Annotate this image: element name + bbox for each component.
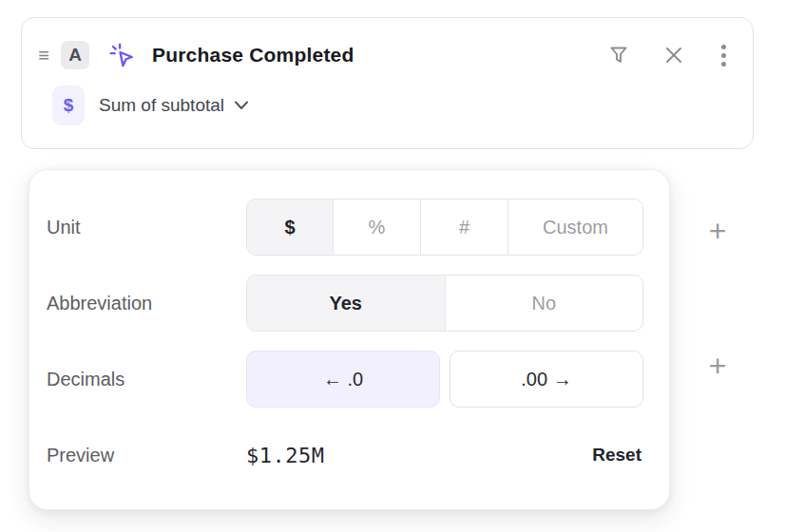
abbreviation-row: Abbreviation Yes No bbox=[47, 275, 643, 332]
decimals-label: Decimals bbox=[47, 369, 246, 390]
event-card-header: ≡ A Purchase Completed bbox=[22, 18, 753, 77]
abbreviation-option-yes[interactable]: Yes bbox=[247, 276, 445, 331]
abbreviation-option-no[interactable]: No bbox=[445, 276, 643, 331]
metric-row: $ Sum of subtotal bbox=[22, 86, 753, 125]
unit-option-dollar[interactable]: $ bbox=[247, 200, 333, 255]
abbreviation-label: Abbreviation bbox=[47, 293, 246, 314]
filter-button[interactable] bbox=[605, 42, 632, 68]
event-card-actions bbox=[605, 42, 732, 68]
event-card: ≡ A Purchase Completed bbox=[21, 17, 754, 149]
number-format-popover: Unit $ % # Custom Abbreviation Yes No De… bbox=[29, 169, 670, 510]
canvas: ≡ A Purchase Completed bbox=[0, 0, 785, 532]
increase-decimals-button[interactable]: .00 → bbox=[450, 351, 643, 408]
decimals-controls: ← .0 .00 → bbox=[246, 351, 643, 408]
decrease-decimals-button[interactable]: ← .0 bbox=[246, 351, 440, 408]
close-icon bbox=[662, 44, 685, 66]
drag-handle-icon[interactable]: ≡ bbox=[31, 46, 56, 65]
event-title[interactable]: Purchase Completed bbox=[152, 44, 354, 66]
unit-segmented-control: $ % # Custom bbox=[246, 199, 643, 256]
abbreviation-segmented-control: Yes No bbox=[246, 275, 643, 332]
funnel-icon bbox=[607, 44, 630, 66]
unit-row: Unit $ % # Custom bbox=[47, 199, 643, 256]
more-options-button[interactable] bbox=[716, 43, 732, 68]
kebab-dot bbox=[721, 53, 726, 58]
event-click-icon bbox=[107, 41, 136, 69]
close-button[interactable] bbox=[661, 42, 687, 68]
unit-option-percent[interactable]: % bbox=[333, 200, 420, 255]
unit-option-number[interactable]: # bbox=[420, 200, 507, 255]
preview-value: $1.25M bbox=[246, 444, 324, 467]
preview-row: Preview $1.25M Reset bbox=[47, 427, 643, 484]
preview-label: Preview bbox=[47, 445, 246, 466]
event-order-badge: A bbox=[61, 41, 89, 69]
add-item-plus-icon[interactable]: + bbox=[703, 352, 732, 380]
metric-label: Sum of subtotal bbox=[99, 95, 224, 116]
unit-option-custom[interactable]: Custom bbox=[507, 200, 642, 255]
kebab-dot bbox=[721, 45, 726, 49]
dollar-badge-icon: $ bbox=[52, 86, 85, 125]
chevron-down-icon bbox=[234, 100, 249, 111]
reset-button[interactable]: Reset bbox=[590, 443, 643, 467]
metric-selector[interactable]: Sum of subtotal bbox=[97, 91, 251, 120]
kebab-dot bbox=[721, 62, 726, 66]
unit-label: Unit bbox=[47, 217, 246, 238]
add-item-plus-icon[interactable]: + bbox=[703, 217, 732, 245]
decimals-row: Decimals ← .0 .00 → bbox=[47, 351, 643, 408]
